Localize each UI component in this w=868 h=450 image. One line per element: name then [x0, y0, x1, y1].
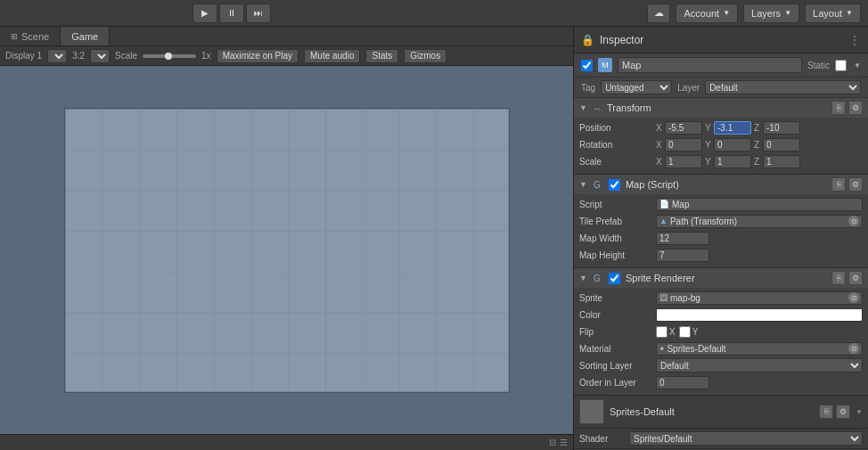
- account-dropdown[interactable]: Account ▼: [676, 4, 738, 23]
- pos-y-item: Y: [705, 121, 751, 135]
- map-script-header[interactable]: ▼ G Map (Script) ⎘ ⚙: [574, 175, 868, 194]
- scale-x-input[interactable]: [665, 155, 702, 168]
- scale-z-input[interactable]: [763, 155, 800, 168]
- script-row: Script 📄 Map: [579, 196, 863, 212]
- stats-button[interactable]: Stats: [365, 49, 398, 63]
- cloud-button[interactable]: ☁: [647, 4, 670, 23]
- transform-icon: ↔: [591, 102, 603, 114]
- sorting-layer-label: Sorting Layer: [579, 361, 652, 371]
- inspector-menu-icon[interactable]: ⋮: [848, 33, 861, 47]
- rot-x-input[interactable]: [665, 138, 702, 151]
- flip-y-label: Y: [692, 327, 699, 337]
- color-swatch[interactable]: [656, 308, 863, 322]
- map-script-title: Map (Script): [626, 179, 828, 190]
- view-toolbar: Display 1 3:2 Scale 1x Maximize on Play …: [0, 46, 573, 66]
- sprite-field[interactable]: 🖼 map-bg ⊙: [656, 291, 863, 305]
- left-panel: ⊞ Scene Game Display 1 3:2 Scale 1x Maxi…: [0, 27, 574, 450]
- map-script-menu-btn[interactable]: ⚙: [848, 177, 863, 192]
- display-select[interactable]: [47, 49, 67, 63]
- rot-z-item: Z: [754, 138, 800, 151]
- rot-y-input[interactable]: [714, 138, 751, 151]
- play-button[interactable]: ▶: [192, 4, 217, 23]
- static-checkbox[interactable]: [835, 60, 847, 71]
- script-value: Map: [672, 200, 689, 209]
- sorting-layer-select[interactable]: Default: [656, 358, 863, 372]
- transform-menu-btn[interactable]: ⚙: [848, 101, 863, 115]
- account-label: Account: [684, 8, 719, 19]
- transform-header[interactable]: ▼ ↔ Transform ⎘ ⚙: [574, 98, 868, 118]
- material-field[interactable]: ● Sprites-Default ⊙: [656, 342, 863, 356]
- rot-y-item: Y: [705, 138, 751, 151]
- tile-prefab-field[interactable]: ▲ Path (Transform) ⊙: [656, 215, 863, 228]
- pos-z-input[interactable]: [763, 121, 800, 135]
- layout-dropdown[interactable]: Layout ▼: [805, 4, 861, 23]
- layer-select[interactable]: Default: [705, 80, 861, 94]
- inspector-header: 🔒 Inspector ⋮: [574, 27, 868, 53]
- sprites-collapse-icon[interactable]: ▼: [856, 408, 863, 416]
- rotation-xyz: X Y Z: [656, 138, 863, 151]
- pos-z-label: Z: [754, 123, 761, 133]
- order-input[interactable]: [656, 376, 709, 389]
- map-height-input[interactable]: [656, 249, 709, 262]
- sprites-copy-btn[interactable]: ⎘: [819, 405, 833, 419]
- transform-copy-btn[interactable]: ⎘: [831, 101, 846, 115]
- inspector-scroll[interactable]: M Static ▼ Tag Untagged Layer Default: [574, 53, 868, 450]
- step-button[interactable]: ⏭: [246, 4, 271, 23]
- bottom-icon-1: ⊟: [549, 438, 556, 447]
- flip-x-label: X: [669, 327, 676, 337]
- transform-component: ▼ ↔ Transform ⎘ ⚙ Position X: [574, 98, 868, 175]
- shader-select[interactable]: Sprites/Default: [629, 431, 863, 446]
- scale-y-input[interactable]: [714, 155, 751, 168]
- sprite-renderer-copy-btn[interactable]: ⎘: [831, 271, 846, 285]
- map-script-component: ▼ G Map (Script) ⎘ ⚙ Script 📄: [574, 175, 868, 268]
- map-grid: [64, 108, 510, 393]
- pos-x-item: X: [656, 121, 702, 135]
- scale-slider[interactable]: [143, 54, 196, 58]
- rot-z-input[interactable]: [763, 138, 800, 151]
- transform-arrow-icon: ▼: [579, 103, 587, 112]
- ratio-select[interactable]: [90, 49, 110, 63]
- tab-bar: ⊞ Scene Game: [0, 27, 573, 46]
- pos-y-input[interactable]: [714, 121, 751, 135]
- pause-button[interactable]: ⏸: [219, 4, 244, 23]
- toolbar-right: ☁ Account ▼ Layers ▼ Layout ▼: [647, 4, 861, 23]
- flip-y-checkbox[interactable]: [679, 326, 691, 338]
- static-dropdown-icon[interactable]: ▼: [854, 61, 861, 70]
- gizmos-button[interactable]: Gizmos: [404, 49, 446, 63]
- scale-x-item: X: [656, 155, 702, 168]
- rot-z-label: Z: [754, 140, 761, 150]
- map-height-label: Map Height: [579, 250, 652, 260]
- inspector-title: Inspector: [600, 34, 643, 46]
- sprite-select-btn[interactable]: ⊙: [848, 292, 859, 303]
- position-label: Position: [579, 123, 652, 133]
- tab-scene[interactable]: ⊞ Scene: [0, 27, 61, 45]
- maximize-button[interactable]: Maximize on Play: [217, 49, 299, 63]
- layers-dropdown[interactable]: Layers ▼: [743, 4, 799, 23]
- script-value-field[interactable]: 📄 Map: [656, 198, 863, 211]
- script-label: Script: [579, 200, 652, 209]
- flip-x-item: X: [656, 326, 676, 338]
- sprite-renderer-menu-btn[interactable]: ⚙: [848, 271, 863, 285]
- material-select-btn[interactable]: ⊙: [848, 343, 859, 354]
- tab-game[interactable]: Game: [61, 27, 110, 45]
- tag-select[interactable]: Untagged: [601, 80, 672, 94]
- map-script-enabled-checkbox[interactable]: [609, 179, 620, 191]
- object-active-checkbox[interactable]: [581, 60, 593, 71]
- map-width-input[interactable]: [656, 232, 709, 245]
- tile-prefab-select-btn[interactable]: ⊙: [848, 216, 859, 226]
- scale-value: 1x: [201, 51, 211, 61]
- mute-button[interactable]: Mute audio: [304, 49, 360, 63]
- sprite-renderer-enabled-checkbox[interactable]: [609, 273, 620, 284]
- sprites-menu-btn[interactable]: ⚙: [836, 405, 850, 419]
- object-name-input[interactable]: [618, 57, 802, 73]
- map-height-row: Map Height: [579, 247, 863, 263]
- map-script-copy-btn[interactable]: ⎘: [831, 177, 846, 192]
- object-header: M Static ▼: [574, 53, 868, 78]
- material-value: Sprites-Default: [667, 344, 725, 354]
- flip-x-checkbox[interactable]: [656, 326, 667, 338]
- bottom-icon-2: ☰: [560, 438, 568, 447]
- sprite-renderer-header[interactable]: ▼ G Sprite Renderer ⎘ ⚙: [574, 268, 868, 288]
- slider-track: [143, 54, 196, 58]
- layer-label: Layer: [677, 83, 700, 93]
- pos-x-input[interactable]: [665, 121, 702, 135]
